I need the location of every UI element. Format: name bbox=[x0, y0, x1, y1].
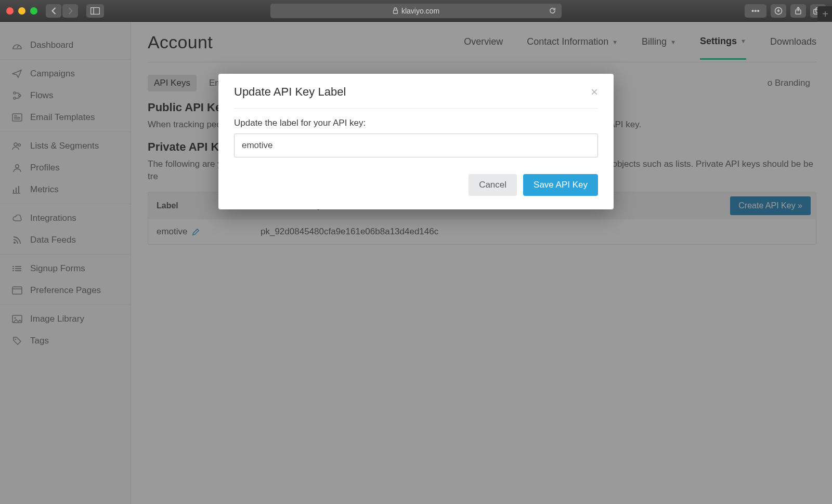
account-top-nav: Overview Contact Information▼ Billing▼ S… bbox=[464, 36, 816, 49]
window-close-button[interactable] bbox=[6, 7, 14, 15]
sidebar-item-profiles[interactable]: Profiles bbox=[0, 157, 131, 179]
sidebar-item-dashboard[interactable]: Dashboard bbox=[0, 34, 131, 56]
svg-rect-29 bbox=[12, 287, 22, 294]
pencil-icon[interactable] bbox=[192, 228, 200, 236]
svg-point-9 bbox=[14, 97, 16, 99]
sidebar-toggle-button[interactable] bbox=[86, 4, 104, 18]
lock-icon bbox=[393, 7, 398, 14]
svg-rect-2 bbox=[393, 10, 397, 14]
sidebar-item-label: Dashboard bbox=[30, 40, 73, 50]
tab-billing[interactable]: Billing▼ bbox=[642, 36, 676, 60]
svg-line-7 bbox=[17, 45, 19, 48]
newspaper-icon bbox=[11, 113, 23, 122]
close-icon[interactable]: × bbox=[591, 86, 598, 98]
create-api-key-button[interactable]: Create API Key » bbox=[730, 196, 811, 215]
tag-icon bbox=[11, 336, 23, 346]
page-title: Account bbox=[148, 32, 213, 52]
sidebar-item-metrics[interactable]: Metrics bbox=[0, 179, 131, 201]
branch-icon bbox=[11, 91, 23, 100]
sidebar-item-preference-pages[interactable]: Preference Pages bbox=[0, 280, 131, 301]
sidebar-item-signup-forms[interactable]: Signup Forms bbox=[0, 258, 131, 280]
window-minimize-button[interactable] bbox=[18, 7, 25, 15]
users-icon bbox=[11, 142, 23, 150]
modal-instruction: Update the label for your API key: bbox=[234, 118, 598, 128]
tab-settings[interactable]: Settings▼ bbox=[700, 36, 746, 60]
sidebar-item-label: Metrics bbox=[30, 184, 59, 195]
api-key-label-input[interactable] bbox=[234, 134, 598, 157]
forward-button[interactable] bbox=[62, 4, 78, 18]
back-button[interactable] bbox=[46, 4, 61, 18]
tab-overview[interactable]: Overview bbox=[464, 36, 503, 60]
share-button[interactable] bbox=[790, 4, 806, 18]
reload-icon[interactable] bbox=[549, 7, 556, 15]
chevron-down-icon: ▼ bbox=[740, 38, 746, 44]
sidebar: Dashboard Campaigns Flows bbox=[0, 22, 131, 504]
sidebar-item-label: Campaigns bbox=[30, 69, 75, 79]
user-icon bbox=[11, 163, 23, 173]
tab-contact-information[interactable]: Contact Information▼ bbox=[527, 36, 618, 60]
sidebar-item-label: Signup Forms bbox=[30, 263, 85, 274]
subtab-branding[interactable]: o Branding bbox=[761, 75, 816, 91]
sidebar-item-label: Tags bbox=[30, 336, 49, 346]
form-icon bbox=[11, 265, 23, 272]
svg-point-33 bbox=[15, 339, 16, 340]
svg-point-15 bbox=[14, 143, 17, 146]
page-icon bbox=[11, 286, 23, 295]
sidebar-item-flows[interactable]: Flows bbox=[0, 85, 131, 107]
table-row: emotive pk_92d0845480cfa9e161e06b8a13d4e… bbox=[148, 219, 816, 244]
sidebar-item-label: Preference Pages bbox=[30, 285, 101, 296]
sidebar-item-label: Email Templates bbox=[30, 112, 95, 123]
svg-point-10 bbox=[19, 95, 21, 97]
cancel-button[interactable]: Cancel bbox=[469, 174, 517, 196]
api-key-label-text: emotive bbox=[157, 227, 188, 237]
rss-icon bbox=[11, 235, 23, 245]
sidebar-item-tags[interactable]: Tags bbox=[0, 330, 131, 352]
svg-rect-0 bbox=[91, 7, 100, 14]
cloud-icon bbox=[11, 215, 23, 222]
modal-title: Update API Key Label bbox=[234, 85, 346, 99]
window-zoom-button[interactable] bbox=[30, 7, 37, 15]
bar-chart-icon bbox=[11, 185, 23, 194]
svg-point-16 bbox=[18, 144, 21, 147]
sidebar-item-email-templates[interactable]: Email Templates bbox=[0, 107, 131, 128]
address-bar[interactable]: klaviyo.com bbox=[270, 4, 562, 18]
extension-button[interactable]: ••• bbox=[745, 4, 766, 18]
svg-point-32 bbox=[15, 317, 16, 319]
subtab-api-keys[interactable]: API Keys bbox=[148, 75, 197, 91]
svg-point-22 bbox=[14, 242, 16, 244]
sidebar-item-label: Flows bbox=[30, 90, 53, 101]
downloads-button[interactable] bbox=[771, 4, 786, 18]
sidebar-item-label: Image Library bbox=[30, 314, 84, 324]
sidebar-item-label: Lists & Segments bbox=[30, 141, 99, 151]
paper-plane-icon bbox=[11, 69, 23, 78]
svg-point-8 bbox=[14, 92, 16, 94]
svg-point-17 bbox=[16, 165, 19, 168]
window-controls bbox=[6, 7, 37, 15]
sidebar-item-integrations[interactable]: Integrations bbox=[0, 207, 131, 229]
sidebar-item-label: Integrations bbox=[30, 213, 76, 223]
sidebar-item-label: Profiles bbox=[30, 163, 60, 173]
chevron-down-icon: ▼ bbox=[670, 39, 676, 45]
sidebar-item-label: Data Feeds bbox=[30, 235, 76, 245]
tab-downloads[interactable]: Downloads bbox=[770, 36, 816, 60]
sidebar-item-image-library[interactable]: Image Library bbox=[0, 308, 131, 330]
sidebar-item-lists-segments[interactable]: Lists & Segments bbox=[0, 135, 131, 157]
address-bar-text: klaviyo.com bbox=[401, 7, 439, 15]
chevron-down-icon: ▼ bbox=[612, 39, 618, 45]
sidebar-item-campaigns[interactable]: Campaigns bbox=[0, 63, 131, 85]
save-api-key-button[interactable]: Save API Key bbox=[523, 174, 598, 196]
update-api-key-label-modal: Update API Key Label × Update the label … bbox=[218, 74, 614, 209]
gauge-icon bbox=[11, 41, 23, 50]
browser-toolbar: klaviyo.com ••• + bbox=[0, 0, 832, 22]
image-icon bbox=[11, 315, 23, 323]
api-key-value: pk_92d0845480cfa9e161e06b8a13d4ed146c bbox=[261, 227, 808, 237]
new-tab-button[interactable]: + bbox=[817, 6, 832, 22]
sidebar-item-data-feeds[interactable]: Data Feeds bbox=[0, 229, 131, 251]
